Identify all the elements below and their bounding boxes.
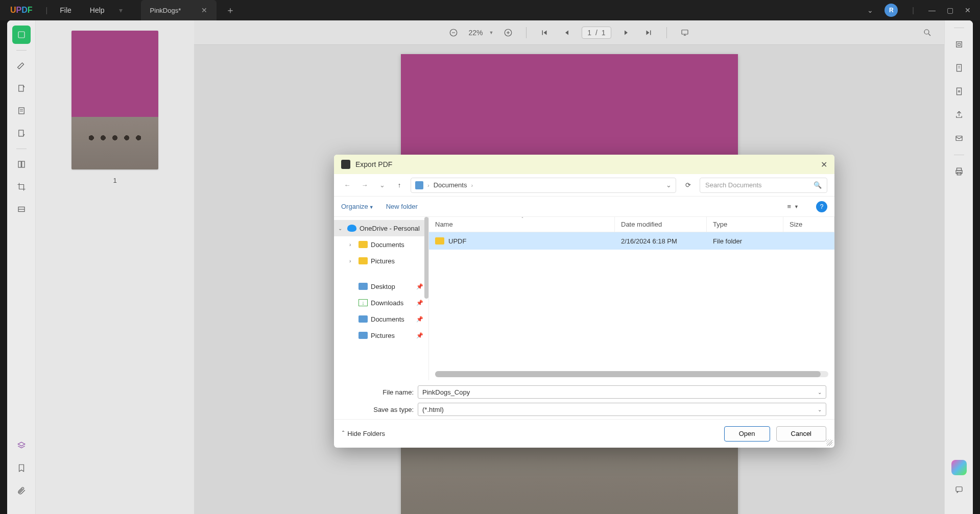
title-bar: UPDF | File Help ▾ PinkDogs* ✕ ＋ ⌄ R | —…	[0, 0, 980, 20]
user-avatar[interactable]: R	[885, 4, 898, 17]
window-minimize-icon[interactable]: —	[928, 6, 936, 14]
search-box[interactable]: Search Documents 🔍	[700, 178, 827, 193]
saveas-select[interactable]: (*.html)⌄	[418, 403, 826, 416]
saveas-label: Save as type:	[342, 406, 414, 413]
pin-icon: 📌	[416, 332, 423, 339]
window-close-icon[interactable]: ✕	[965, 6, 971, 14]
horizontal-scrollbar[interactable]	[435, 371, 828, 377]
dialog-toolbar: Organize▼ New folder ≡ ▼ ?	[334, 197, 834, 217]
path-segment[interactable]: Documents	[434, 181, 467, 189]
file-list: Nameˆ Date modified Type Size UPDF 2/16/…	[429, 217, 834, 380]
file-name: UPDF	[448, 237, 466, 245]
dialog-close-icon[interactable]: ✕	[821, 160, 827, 169]
file-date: 2/16/2024 6:18 PM	[615, 237, 707, 245]
path-dropdown-icon[interactable]: ⌄	[666, 181, 672, 189]
tree-onedrive[interactable]: ⌄OneDrive - Personal	[334, 220, 428, 236]
hide-folders-toggle[interactable]: ˆHide Folders	[342, 430, 385, 437]
app-body: 1 22%▼ 1 / 1	[7, 20, 973, 514]
menu-file[interactable]: File	[51, 6, 81, 14]
window-maximize-icon[interactable]: ▢	[947, 6, 953, 14]
sort-asc-icon: ˆ	[522, 216, 523, 222]
tree-documents[interactable]: ›Documents	[334, 236, 428, 253]
pin-icon: 📌	[416, 283, 423, 290]
tab-title: PinkDogs*	[150, 7, 181, 14]
tree-scrollbar[interactable]	[424, 217, 428, 299]
search-placeholder: Search Documents	[705, 181, 762, 189]
nav-forward-icon[interactable]: →	[358, 179, 371, 191]
col-type[interactable]: Type	[707, 217, 783, 232]
search-icon: 🔍	[814, 181, 822, 189]
tree-desktop[interactable]: Desktop📌	[334, 278, 428, 295]
dialog-nav: ← → ⌄ ↑ › Documents › ⌄ ⟳ Search Documen…	[334, 174, 834, 197]
help-icon[interactable]: ?	[816, 201, 827, 212]
location-icon	[415, 181, 423, 189]
filename-input[interactable]: PinkDogs_Copy⌄	[418, 385, 826, 399]
dialog-title: Export PDF	[355, 160, 392, 168]
new-tab-button[interactable]: ＋	[217, 4, 244, 16]
open-button[interactable]: Open	[724, 426, 770, 442]
filename-label: File name:	[342, 388, 414, 396]
new-folder-button[interactable]: New folder	[386, 203, 418, 210]
chevron-right-icon: ›	[427, 182, 429, 188]
menu-help[interactable]: Help	[81, 6, 114, 14]
nav-recent-icon[interactable]: ⌄	[376, 179, 388, 191]
view-menu[interactable]: ≡ ▼	[787, 203, 799, 210]
tree-pictures[interactable]: ›Pictures	[334, 253, 428, 269]
file-type: File folder	[707, 237, 783, 245]
col-name[interactable]: Nameˆ	[429, 217, 615, 232]
chevron-down-icon[interactable]: ⌄	[867, 6, 873, 14]
column-headers: Nameˆ Date modified Type Size	[429, 217, 834, 232]
col-date[interactable]: Date modified	[615, 217, 707, 232]
app-logo: UPDF	[0, 6, 43, 15]
tree-pictures-2[interactable]: Pictures📌	[334, 327, 428, 344]
folder-tree: ⌄OneDrive - Personal ›Documents ›Picture…	[334, 217, 429, 380]
pin-icon: 📌	[416, 316, 423, 323]
dialog-fields: File name: PinkDogs_Copy⌄ Save as type: …	[334, 380, 834, 419]
dialog-footer: ˆHide Folders Open Cancel	[334, 419, 834, 448]
app-icon	[341, 160, 350, 169]
chevron-right-icon: ›	[471, 182, 473, 188]
export-dialog: Export PDF ✕ ← → ⌄ ↑ › Documents › ⌄ ⟳ S…	[334, 155, 834, 448]
pin-icon: 📌	[416, 300, 423, 306]
nav-up-icon[interactable]: ↑	[393, 179, 405, 191]
resize-grip-icon[interactable]	[826, 439, 832, 446]
chevron-up-icon: ˆ	[342, 430, 344, 437]
dialog-titlebar: Export PDF ✕	[334, 155, 834, 174]
tree-documents-2[interactable]: Documents📌	[334, 311, 428, 327]
nav-back-icon[interactable]: ←	[341, 179, 353, 191]
refresh-icon[interactable]: ⟳	[681, 179, 695, 192]
cancel-button[interactable]: Cancel	[776, 426, 826, 442]
document-tab[interactable]: PinkDogs* ✕	[141, 0, 217, 20]
organize-menu[interactable]: Organize▼	[341, 203, 374, 210]
file-row[interactable]: UPDF 2/16/2024 6:18 PM File folder	[429, 232, 834, 250]
tree-downloads[interactable]: Downloads📌	[334, 295, 428, 311]
col-size[interactable]: Size	[783, 217, 834, 232]
path-bar[interactable]: › Documents › ⌄	[411, 178, 676, 193]
tab-close-icon[interactable]: ✕	[201, 6, 207, 14]
